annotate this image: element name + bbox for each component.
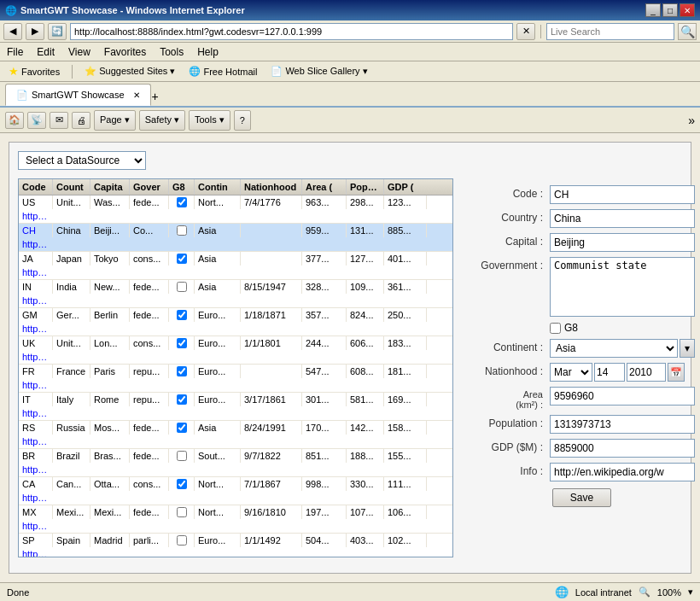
table-row[interactable]: BRBrazilBras...fede...Sout...9/7/1822851… [19,449,452,477]
menu-help[interactable]: Help [197,46,219,58]
table-row[interactable]: CHChinaBeiji...Co...Asia959...131...885.… [19,224,452,252]
g8-cell-checkbox[interactable] [177,423,187,433]
country-field[interactable] [550,209,695,228]
g8-cell-checkbox[interactable] [177,225,187,236]
g8-cell-checkbox[interactable] [177,310,187,320]
back-button[interactable]: ◀ [3,23,22,40]
info-cell[interactable]: http:/... [19,547,53,557]
info-cell[interactable]: http:/... [19,406,53,420]
day-input[interactable] [594,363,625,382]
col-nationhood[interactable]: Nationhood [241,179,302,195]
code-field[interactable] [550,185,695,204]
col-code[interactable]: Code [19,179,53,195]
datasource-select[interactable]: Select a DataSource [18,151,146,170]
g8-cell-checkbox[interactable] [177,451,187,461]
info-cell[interactable]: http:/... [19,491,53,505]
safety-button[interactable]: Safety ▾ [139,110,185,131]
continent-dropdown-arrow[interactable]: ▾ [680,339,695,358]
menu-view[interactable]: View [68,46,90,58]
mail-button[interactable]: ✉ [50,112,68,129]
grid-cell: BR [19,449,53,463]
g8-cell-checkbox[interactable] [177,254,187,264]
g8-checkbox[interactable] [550,323,561,334]
forward-button[interactable]: ▶ [26,23,44,40]
info-cell[interactable]: http:/... [19,294,53,307]
table-row[interactable]: INIndiaNew...fede...Asia8/15/1947328...1… [19,280,452,308]
menu-favorites[interactable]: Favorites [104,46,146,58]
g8-cell-checkbox[interactable] [177,197,187,207]
population-field[interactable] [550,415,695,434]
refresh-stop-button[interactable]: ✕ [516,23,535,40]
address-input[interactable] [70,23,513,40]
table-row[interactable]: RSRussiaMos...fede...Asia8/24/1991170...… [19,421,452,449]
save-button[interactable]: Save [552,488,611,507]
table-row[interactable]: USUnit...Was...fede...Nort...7/4/1776963… [19,195,452,224]
favorites-button[interactable]: ★ Favorites [5,64,63,79]
close-button[interactable]: ✕ [680,3,695,17]
suggested-sites-link[interactable]: ⭐ Suggested Sites ▾ [81,65,178,78]
info-cell[interactable]: http:/... [19,237,53,251]
gdp-field[interactable] [550,439,695,458]
capital-field[interactable] [550,233,695,252]
menu-tools[interactable]: Tools [160,46,184,58]
tab-smartgwt[interactable]: 📄 SmartGWT Showcase ✕ [5,84,151,106]
g8-cell-checkbox[interactable] [177,366,187,376]
col-g8[interactable]: G8 [169,179,195,195]
table-row[interactable]: MXMexi...Mexi...fede...Nort...9/16/18101… [19,505,452,534]
col-capita[interactable]: Capita [90,179,130,195]
home-button[interactable]: 🏠 [5,112,24,129]
col-gdp[interactable]: GDP ( [384,179,427,195]
g8-cell-checkbox[interactable] [177,535,187,546]
search-input[interactable] [546,23,674,40]
area-field[interactable] [550,387,695,406]
info-field[interactable] [550,463,695,481]
calendar-button[interactable]: 📅 [668,363,685,382]
g8-cell-checkbox[interactable] [177,479,187,489]
hotmail-link[interactable]: 🌐 Free Hotmail [185,65,260,78]
search-go-button[interactable]: 🔍 [678,23,697,40]
continent-select[interactable]: Asia Africa Europe North America South A… [550,339,678,358]
info-cell[interactable]: http:/... [19,265,53,279]
g8-cell-checkbox[interactable] [177,282,187,292]
table-row[interactable]: UKUnit...Lon...cons...Euro...1/1/1801244… [19,336,452,365]
info-cell[interactable]: http:/... [19,209,53,223]
table-row[interactable]: GMGer...Berlinfede...Euro...1/18/1871357… [19,308,452,336]
more-button[interactable]: » [688,114,695,127]
tab-close-icon[interactable]: ✕ [133,90,140,100]
table-row[interactable]: FRFranceParisrepu...Euro...547...608...1… [19,365,452,393]
col-contin[interactable]: Contin [195,179,241,195]
minimize-button[interactable]: _ [645,3,661,17]
info-cell[interactable]: http:/... [19,378,53,392]
maximize-button[interactable]: □ [662,3,678,17]
menu-file[interactable]: File [7,46,23,58]
col-count[interactable]: Count [53,179,90,195]
help-button[interactable]: ? [234,110,251,131]
month-select[interactable]: Mar JanFebApr MayJunJul AugSepOct NovDec [550,363,592,382]
table-row[interactable]: ITItalyRomerepu...Euro...3/17/1861301...… [19,393,452,421]
tools-button[interactable]: Tools ▾ [189,110,230,131]
page-button[interactable]: Page ▾ [94,110,136,131]
feed-button[interactable]: 📡 [27,112,46,129]
info-cell[interactable]: http:/... [19,435,53,448]
government-field[interactable]: Communist state [550,257,695,317]
new-tab-button[interactable]: + [151,89,168,106]
g8-cell-checkbox[interactable] [177,338,187,348]
year-input[interactable] [627,363,666,382]
info-cell[interactable]: http:/... [19,350,53,364]
info-cell[interactable]: http:/... [19,463,53,476]
col-popula[interactable]: Popula [347,179,384,195]
print-button[interactable]: 🖨 [72,112,90,129]
web-slice-link[interactable]: 📄 Web Slice Gallery ▾ [267,65,370,78]
menu-edit[interactable]: Edit [37,46,55,58]
col-gover[interactable]: Gover [130,179,169,195]
table-row[interactable]: JAJapanTokyocons...Asia377...127...401..… [19,252,452,280]
info-cell[interactable]: http:/... [19,322,53,336]
grid-cell: Sout... [195,449,241,463]
g8-cell-checkbox[interactable] [177,507,187,517]
g8-cell-checkbox[interactable] [177,394,187,405]
col-area[interactable]: Area ( [302,179,347,195]
refresh-button[interactable]: 🔄 [48,23,67,40]
table-row[interactable]: CACan...Otta...cons...Nort...7/1/1867998… [19,477,452,505]
table-row[interactable]: SPSpainMadridparli...Euro...1/1/1492504.… [19,534,452,557]
info-cell[interactable]: http:/... [19,519,53,533]
